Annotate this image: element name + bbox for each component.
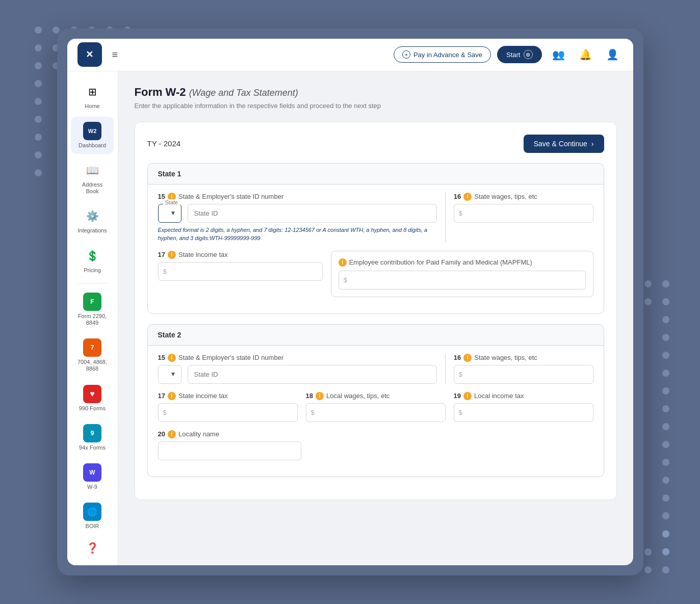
state1-field17-group: 17 i State income tax $ [158, 251, 323, 297]
state1-row2: 17 i State income tax $ [158, 251, 593, 297]
form-card-header: TY - 2024 Save & Continue › [147, 135, 604, 153]
state2-field19-group: 19 i Local income tax $ [454, 392, 593, 422]
state2-field16-input[interactable] [454, 365, 593, 384]
integrations-icon: ⚙️ [83, 207, 101, 225]
topbar: ✕ ≡ + Pay in Advance & Save Start ⊕ 👥 🔔 [67, 39, 633, 71]
pay-advance-button[interactable]: + Pay in Advance & Save [394, 46, 491, 63]
sidebar-item-address-book[interactable]: 📖 Address Book [71, 156, 114, 200]
app-inner: ✕ ≡ + Pay in Advance & Save Start ⊕ 👥 🔔 [67, 39, 633, 566]
help-icon: ❓ [86, 542, 99, 554]
sidebar-item-pricing[interactable]: 💲 Pricing [71, 242, 114, 279]
save-continue-button[interactable]: Save & Continue › [524, 135, 604, 153]
boir-icon: 🌐 [83, 503, 101, 521]
state1-row1: 15 i State & Employer's state ID number … [158, 193, 593, 243]
state1-state-select-wrap: State Massachusetts (MA) State ▼ [158, 204, 182, 223]
state2-field15-info-icon[interactable]: i [168, 354, 176, 362]
menu-toggle-button[interactable]: ≡ [108, 45, 122, 65]
state1-field16-input-wrap: $ [454, 204, 593, 223]
state1-mapfml-input-wrap: $ [339, 271, 586, 290]
notifications-button[interactable]: 🔔 [575, 44, 596, 65]
state1-state-dropdown[interactable]: Massachusetts (MA) State [158, 204, 182, 223]
sidebar-label-boir: BOIR [86, 523, 99, 530]
state2-field20-info-icon[interactable]: i [168, 430, 176, 438]
state2-field16-dollar-sign: $ [459, 371, 462, 378]
state2-field19-input[interactable] [454, 403, 593, 422]
state1-field15-helper-text: Expected format is 2 digits, a hyphen, a… [158, 226, 437, 243]
home-icon: ⊞ [83, 83, 101, 101]
sidebar-item-integrations[interactable]: ⚙️ Integrations [71, 202, 114, 239]
sidebar-item-form7004[interactable]: 7 7004, 4868, 8868 [71, 333, 114, 377]
state1-field17-label-text: State income tax [178, 251, 228, 258]
state2-field16-info-icon[interactable]: i [463, 354, 472, 362]
sidebar-label-w9: W-9 [87, 484, 97, 490]
state1-field16-num: 16 [454, 193, 461, 200]
pay-advance-label: Pay in Advance & Save [413, 51, 482, 59]
state2-field20-input[interactable] [158, 441, 302, 460]
state1-mapfml-label-text: Employee contribution for Paid Family an… [349, 258, 532, 266]
state2-field19-input-wrap: $ [454, 403, 593, 422]
logo-text: ✕ [86, 49, 93, 60]
logo: ✕ [77, 42, 102, 67]
sidebar-item-dashboard[interactable]: W2 Dashboard [71, 117, 114, 154]
state2-field18-input[interactable] [306, 403, 446, 422]
state2-field19-dollar-sign: $ [459, 409, 462, 416]
help-button[interactable]: ❓ [81, 537, 104, 559]
state2-field19-label: 19 i Local income tax [454, 392, 593, 400]
state2-field18-input-wrap: $ [306, 403, 446, 422]
contacts-button[interactable]: 👥 [548, 44, 569, 65]
save-continue-label: Save & Continue [534, 140, 587, 148]
state2-field17-group: 17 i State income tax $ [158, 392, 298, 422]
state2-field17-dollar-sign: $ [163, 409, 167, 416]
state1-mapfml-group: i Employee contribution for Paid Family … [331, 251, 593, 297]
state2-field16-group: 16 i State wages, tips, etc $ [454, 354, 593, 384]
state2-field17-input[interactable] [158, 403, 298, 422]
state1-field17-input[interactable] [158, 262, 323, 281]
state1-row1-divider [445, 193, 446, 243]
state2-row2: 17 i State income tax $ [158, 392, 593, 422]
state1-field17-info-icon[interactable]: i [168, 251, 176, 259]
sidebar-item-w9[interactable]: W W-9 [71, 458, 114, 495]
sidebar-item-form990[interactable]: ♥ 990 Forms [71, 380, 114, 417]
state1-field16-group: 16 i State wages, tips, etc $ [454, 193, 593, 243]
bell-icon: 🔔 [579, 49, 592, 60]
form-card: TY - 2024 Save & Continue › State 1 [135, 122, 617, 500]
page-subtitle: (Wage and Tax Statement) [189, 88, 298, 98]
state2-field17-label: 17 i State income tax [158, 392, 298, 400]
state1-field16-info-icon[interactable]: i [463, 193, 472, 201]
sidebar-label-form94x: 94x Forms [79, 444, 106, 451]
state2-field18-info-icon[interactable]: i [316, 392, 324, 400]
state1-state-id-input[interactable] [188, 204, 437, 223]
sidebar-item-home[interactable]: ⊞ Home [71, 77, 114, 115]
state1-field17-label: 17 i State income tax [158, 251, 323, 259]
state1-field15-label-text: State & Employer's state ID number [178, 193, 283, 200]
state1-section: State 1 15 i State & Employer's state ID… [147, 163, 604, 314]
state1-mapfml-info-icon[interactable]: i [339, 258, 347, 267]
state1-field16-input[interactable] [454, 204, 593, 223]
state2-field17-input-wrap: $ [158, 403, 298, 422]
start-label: Start [506, 51, 520, 59]
user-menu-button[interactable]: 👤 [602, 44, 623, 65]
state2-field17-label-text: State income tax [178, 392, 228, 400]
state1-mapfml-input[interactable] [339, 271, 586, 290]
sidebar-item-form94x[interactable]: 9 94x Forms [71, 419, 114, 456]
sidebar-item-form2290[interactable]: F Form 2290, 8849 [71, 287, 114, 331]
plus-circle-icon: + [402, 50, 410, 59]
state2-field16-label: 16 i State wages, tips, etc [454, 354, 593, 362]
w9-icon: W [83, 463, 101, 482]
state2-field18-group: 18 i Local wages, tips, etc $ [306, 392, 446, 422]
state2-state-id-input[interactable] [188, 365, 437, 384]
state2-field15-label-text: State & Employer's state ID number [178, 354, 283, 361]
start-button[interactable]: Start ⊕ [497, 46, 541, 63]
state1-field16-label: 16 i State wages, tips, etc [454, 193, 593, 201]
sidebar-label-form7004: 7004, 4868, 8868 [75, 359, 110, 372]
state1-field16-label-text: State wages, tips, etc [474, 193, 537, 200]
sidebar-label-pricing: Pricing [84, 267, 101, 274]
state2-state-dropdown[interactable]: State Massachusetts (MA) [158, 365, 182, 384]
state2-field15-group: 15 i State & Employer's state ID number … [158, 354, 437, 384]
state2-field19-label-text: Local income tax [474, 392, 524, 400]
state2-field18-label: 18 i Local wages, tips, etc [306, 392, 446, 400]
state2-field19-info-icon[interactable]: i [463, 392, 472, 400]
sidebar-item-boir[interactable]: 🌐 BOIR [71, 497, 114, 535]
state2-field17-info-icon[interactable]: i [168, 392, 176, 400]
sidebar-label-form990: 990 Forms [79, 405, 106, 412]
